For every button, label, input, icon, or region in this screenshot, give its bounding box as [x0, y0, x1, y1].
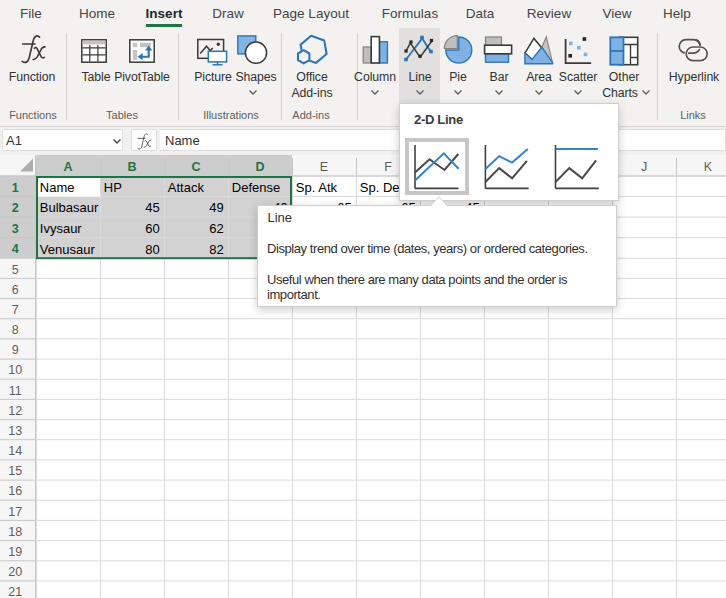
svg-text:B: B: [127, 160, 136, 174]
svg-text:Defense: Defense: [232, 180, 280, 195]
svg-text:80: 80: [145, 242, 159, 257]
svg-text:J: J: [641, 160, 647, 174]
svg-text:21: 21: [8, 585, 22, 598]
svg-text:C: C: [191, 160, 200, 174]
svg-text:62: 62: [209, 221, 223, 236]
svg-text:12: 12: [8, 404, 22, 418]
svg-text:45: 45: [145, 200, 159, 215]
svg-text:D: D: [255, 160, 264, 174]
svg-text:82: 82: [209, 242, 223, 257]
svg-text:11: 11: [9, 384, 22, 398]
svg-text:17: 17: [8, 505, 22, 519]
svg-text:Venusaur: Venusaur: [40, 242, 96, 257]
svg-text:Sp. Def: Sp. Def: [360, 180, 404, 195]
svg-text:14: 14: [8, 444, 22, 458]
svg-text:10: 10: [8, 363, 22, 377]
svg-text:8: 8: [12, 323, 19, 337]
svg-text:18: 18: [8, 525, 22, 539]
svg-text:F: F: [384, 160, 392, 174]
svg-text:2: 2: [12, 201, 19, 215]
svg-text:16: 16: [8, 484, 22, 498]
svg-text:1: 1: [12, 181, 19, 195]
svg-text:60: 60: [145, 221, 159, 236]
svg-text:5: 5: [12, 263, 19, 277]
svg-text:9: 9: [12, 343, 19, 357]
svg-text:49: 49: [209, 200, 223, 215]
svg-text:3: 3: [12, 222, 19, 236]
svg-text:13: 13: [8, 424, 22, 438]
svg-text:6: 6: [12, 283, 19, 297]
svg-text:4: 4: [12, 242, 19, 256]
svg-text:Sp. Atk: Sp. Atk: [296, 180, 338, 195]
svg-text:20: 20: [8, 565, 22, 579]
svg-text:7: 7: [12, 303, 19, 317]
svg-text:E: E: [320, 160, 328, 174]
svg-text:HP: HP: [104, 180, 122, 195]
svg-text:19: 19: [8, 545, 22, 559]
svg-text:K: K: [704, 160, 713, 174]
svg-text:Attack: Attack: [168, 180, 205, 195]
svg-text:15: 15: [8, 464, 22, 478]
svg-text:A: A: [63, 160, 72, 174]
svg-text:Bulbasaur: Bulbasaur: [40, 200, 99, 215]
svg-text:Ivysaur: Ivysaur: [40, 221, 83, 236]
svg-text:Name: Name: [40, 180, 75, 195]
